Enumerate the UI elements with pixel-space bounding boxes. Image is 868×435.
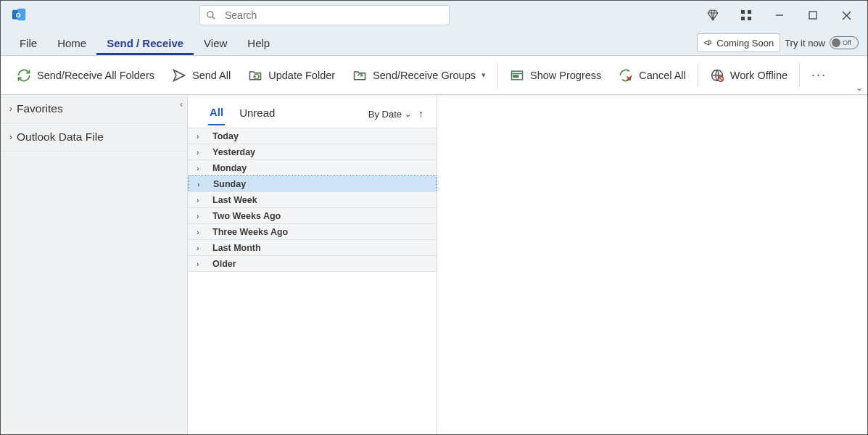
ribbon-send-receive-groups[interactable]: Send/Receive Groups ▾: [344, 61, 495, 90]
nav-outlook-data-file-label: Outlook Data File: [17, 130, 104, 144]
window-close-button[interactable]: [830, 1, 863, 30]
menu-send-receive[interactable]: Send / Receive: [96, 33, 194, 55]
menu-help[interactable]: Help: [237, 33, 280, 55]
svg-point-3: [207, 12, 213, 17]
group-label: Yesterday: [212, 147, 255, 157]
chevron-right-icon: ›: [197, 244, 207, 252]
svg-rect-8: [748, 17, 751, 20]
premium-diamond-icon[interactable]: [696, 1, 729, 30]
group-label: Two Weeks Ago: [212, 211, 281, 221]
search-box[interactable]: [199, 5, 450, 25]
chevron-right-icon: ›: [197, 212, 207, 220]
group-last-month[interactable]: ›Last Month: [188, 239, 437, 256]
chevron-right-icon: ›: [197, 196, 207, 204]
apps-grid-icon[interactable]: [729, 1, 763, 30]
try-it-now[interactable]: Try it now Off: [785, 33, 859, 52]
toggle-knob: [832, 38, 840, 47]
group-label: Monday: [212, 163, 247, 173]
ribbon-separator: [497, 63, 498, 88]
globe-offline-icon: [710, 68, 724, 83]
sort-by-label: By Date: [368, 109, 402, 120]
title-bar: O: [1, 1, 867, 30]
menu-file[interactable]: File: [9, 33, 47, 55]
menu-bar: File Home Send / Receive View Help Comin…: [1, 30, 867, 56]
svg-rect-10: [809, 12, 817, 19]
group-three-weeks-ago[interactable]: ›Three Weeks Ago: [188, 223, 437, 240]
message-groups: ›Today ›Yesterday ›Monday ›Sunday ›Last …: [188, 128, 437, 272]
send-icon: [172, 68, 186, 83]
svg-rect-5: [741, 10, 745, 14]
group-label: Last Month: [212, 243, 261, 253]
group-monday[interactable]: ›Monday: [188, 160, 437, 176]
tab-all[interactable]: All: [208, 103, 225, 125]
collapse-nav-icon[interactable]: ‹: [180, 99, 183, 109]
ribbon: Send/Receive All Folders Send All Update…: [1, 56, 867, 95]
window-minimize-button[interactable]: [763, 1, 796, 30]
ribbon-update-folder-label: Update Folder: [268, 70, 335, 81]
message-list-header: All Unread By Date ⌄ ↑: [188, 95, 437, 125]
navigation-pane: ‹ › Favorites › Outlook Data File: [1, 95, 188, 434]
svg-rect-7: [741, 17, 745, 20]
ribbon-send-receive-all-label: Send/Receive All Folders: [37, 70, 154, 81]
ribbon-cancel-all[interactable]: Cancel All: [610, 61, 694, 90]
chevron-right-icon: ›: [197, 228, 207, 236]
ribbon-send-receive-groups-label: Send/Receive Groups: [373, 70, 476, 81]
svg-rect-6: [748, 10, 751, 14]
cancel-sync-icon: [619, 68, 633, 83]
megaphone-icon: [703, 38, 714, 48]
ribbon-send-receive-all[interactable]: Send/Receive All Folders: [8, 61, 163, 90]
ribbon-cancel-all-label: Cancel All: [639, 70, 685, 81]
ribbon-work-offline[interactable]: Work Offline: [701, 61, 796, 90]
ribbon-send-all-label: Send All: [192, 70, 231, 81]
try-it-now-label: Try it now: [785, 38, 825, 49]
menu-home[interactable]: Home: [47, 33, 96, 55]
group-label: Older: [212, 259, 236, 269]
chevron-down-icon: ⌄: [405, 109, 411, 119]
ribbon-update-folder[interactable]: Update Folder: [239, 61, 344, 90]
nav-favorites-label: Favorites: [17, 102, 63, 115]
search-input[interactable]: [223, 9, 443, 22]
ribbon-more-button[interactable]: ···: [803, 67, 835, 83]
group-label: Last Week: [212, 195, 257, 205]
coming-soon-button[interactable]: Coming Soon: [697, 33, 780, 52]
toggle-off-label: Off: [843, 39, 851, 46]
folder-sync-icon: [352, 68, 367, 83]
svg-text:O: O: [15, 12, 20, 19]
outlook-app-icon: O: [11, 7, 27, 23]
group-label: Sunday: [213, 179, 246, 189]
group-two-weeks-ago[interactable]: ›Two Weeks Ago: [188, 207, 437, 224]
chevron-right-icon: ›: [197, 180, 207, 188]
sync-icon: [17, 68, 31, 83]
group-older[interactable]: ›Older: [188, 255, 437, 272]
group-sunday[interactable]: ›Sunday: [188, 175, 437, 192]
content-area: ‹ › Favorites › Outlook Data File All Un…: [1, 95, 867, 434]
group-today[interactable]: ›Today: [188, 128, 437, 144]
search-icon: [206, 10, 216, 20]
svg-rect-15: [513, 75, 518, 78]
chevron-right-icon: ›: [9, 104, 12, 114]
group-last-week[interactable]: ›Last Week: [188, 191, 437, 208]
ribbon-separator: [799, 63, 800, 88]
ribbon-separator: [698, 63, 698, 88]
ribbon-send-all[interactable]: Send All: [163, 61, 239, 90]
sort-direction-button[interactable]: ↑: [418, 108, 423, 120]
coming-soon-label: Coming Soon: [716, 38, 774, 49]
nav-outlook-data-file[interactable]: › Outlook Data File: [1, 123, 187, 152]
ribbon-expand-chevron-icon[interactable]: ⌄: [856, 83, 863, 93]
tab-unread[interactable]: Unread: [238, 104, 276, 125]
group-label: Today: [212, 131, 239, 141]
chevron-right-icon: ›: [197, 164, 207, 173]
svg-line-4: [212, 17, 215, 20]
group-label: Three Weeks Ago: [212, 227, 288, 237]
window-maximize-button[interactable]: [796, 1, 830, 30]
message-list-pane: All Unread By Date ⌄ ↑ ›Today ›Yesterday…: [188, 95, 437, 434]
ribbon-show-progress[interactable]: Show Progress: [501, 61, 610, 90]
sort-by-dropdown[interactable]: By Date ⌄: [368, 109, 411, 120]
folder-refresh-icon: [248, 68, 263, 83]
chevron-right-icon: ›: [9, 132, 12, 142]
group-yesterday[interactable]: ›Yesterday: [188, 144, 437, 160]
try-it-now-toggle[interactable]: Off: [830, 36, 859, 49]
reading-pane: [437, 95, 867, 434]
menu-view[interactable]: View: [194, 33, 237, 55]
nav-favorites[interactable]: › Favorites: [1, 95, 187, 123]
